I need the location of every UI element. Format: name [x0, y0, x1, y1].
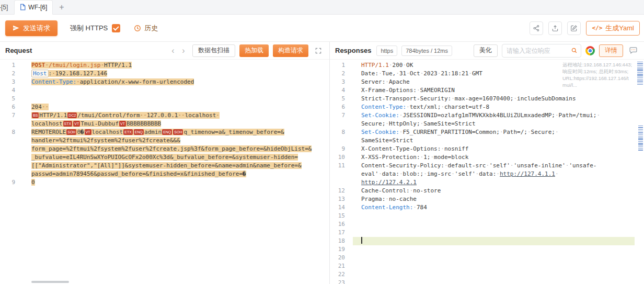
chevron-left-icon[interactable]: ‹ — [168, 44, 178, 57]
fullscreen-button[interactable] — [313, 45, 324, 56]
whitespace-dot: · — [45, 104, 49, 110]
code-segment: Strict-Transport-Security: — [361, 95, 451, 102]
whitespace-dot: · — [396, 70, 399, 77]
whitespace-dot: · — [417, 87, 420, 94]
ctrl-char-badge: ENQ — [134, 129, 144, 135]
code-line: 18 — [330, 237, 644, 245]
whitespace-dot: · — [496, 171, 500, 177]
beautify-button[interactable]: 美化 — [474, 44, 498, 57]
whitespace-dot: · — [423, 171, 427, 177]
export-button[interactable] — [548, 21, 562, 35]
code-line: 12Cache-Control:·no-store — [330, 187, 644, 195]
whitespace-dot: · — [444, 162, 448, 169]
response-editor[interactable]: 1HTTP/1.1·200·OK2Date:·Tue,·31·Oct·2023·… — [330, 60, 644, 284]
code-segment: 'unsafe-inline' — [513, 162, 565, 169]
code-text: Pragma:·no-cache — [361, 196, 417, 202]
code-segment: localhost — [185, 112, 216, 119]
file-icon — [20, 4, 26, 10]
code-line: 8REMOTEROLESOH0�VTlocalhostETXENQadminEN… — [0, 128, 329, 178]
code-segment: GMT — [472, 70, 482, 77]
horizontal-scrollbar[interactable] — [31, 281, 69, 283]
main-split: Request ‹ › 数据包扫描 热加载 构造请求 1POST·/t — [0, 42, 644, 284]
send-request-label: 发送请求 — [23, 24, 50, 33]
code-text: X-XSS-Protection:·1;·mode=block — [361, 154, 468, 161]
packet-scan-button[interactable]: 数据包扫描 — [192, 44, 235, 57]
code-segment: Content-Type: — [31, 78, 76, 85]
code-text — [361, 237, 362, 244]
code-content — [353, 279, 606, 284]
code-content: Content-Length:·784 — [353, 203, 606, 212]
code-segment: handler=%2ftmui%2fsystem%2fuser%2fcreate… — [31, 137, 174, 144]
code-segment: systemuser-hidden_before=& — [128, 162, 218, 169]
toolbar: 发送请求 强制 HTTPS 历史 — [0, 15, 644, 42]
search-button[interactable] — [567, 44, 581, 57]
search-input[interactable] — [502, 47, 567, 54]
response-panel: Responses https 784bytes / 12ms 美化 — [330, 42, 644, 284]
code-segment: Set-Cookie: — [361, 112, 399, 119]
code-text: Set-Cookie:·JSESSIONID=ozlafg1mTMVKXkbk4… — [361, 112, 600, 127]
code-content: Set-Cookie:·JSESSIONID=ozlafg1mTMVKXkbk4… — [353, 111, 606, 128]
line-number: 6 — [0, 103, 23, 111]
code-segment: Secure; — [361, 120, 385, 127]
new-tab-button[interactable]: + — [54, 3, 69, 12]
line-number: 4 — [330, 86, 353, 95]
clock-icon — [134, 25, 141, 32]
code-line: 13Pragma:·no-cache — [330, 195, 644, 203]
line-number: 3 — [330, 78, 353, 86]
code-segment: SameSite=Strict — [423, 120, 475, 127]
line-number: 2 — [0, 70, 23, 78]
whitespace-dot: · — [406, 70, 410, 77]
export-icon — [551, 25, 559, 32]
code-segment: mode=block — [434, 154, 468, 161]
generate-yaml-label: 生成Yaml — [605, 24, 634, 33]
code-segment: admin — [144, 129, 162, 135]
code-segment: Secure; — [531, 129, 555, 135]
request-panel-header: Request ‹ › 数据包扫描 热加载 构造请求 — [0, 42, 329, 60]
edit-button[interactable] — [567, 21, 581, 35]
request-title: Request — [5, 47, 32, 54]
chevron-right-icon[interactable]: › — [179, 44, 188, 57]
force-https-checkbox[interactable] — [112, 24, 120, 32]
force-https-label: 强制 HTTPS — [70, 24, 108, 33]
detail-button[interactable]: 详情 — [599, 44, 623, 57]
ctrl-char-badge: VT — [73, 121, 80, 127]
request-panel: Request ‹ › 数据包扫描 热加载 构造请求 1POST·/t — [0, 42, 330, 284]
tab-active[interactable]: WF-[6] — [14, 0, 53, 15]
code-text: BSHTTP/1.1DC2/tmui/Control/form··127.0.0… — [31, 112, 220, 127]
code-segment: Date: — [361, 70, 378, 77]
code-segment: text/xml; — [410, 104, 441, 110]
generate-yaml-button[interactable]: </> 生成Yaml — [586, 21, 640, 36]
code-segment: 31 — [399, 70, 406, 77]
construct-request-button[interactable]: 构造请求 — [273, 44, 308, 57]
code-segment: Server: — [361, 78, 385, 85]
code-line: 11Content-Security-Policy:·default-src·'… — [330, 162, 644, 187]
minimap[interactable] — [637, 60, 644, 284]
share-button[interactable] — [530, 21, 543, 35]
code-line: 21 — [330, 262, 644, 270]
history-nav-arrows: ‹ › — [168, 44, 188, 57]
code-segment: http://127.4.1.1 — [500, 171, 555, 177]
send-request-button[interactable]: 发送请求 — [5, 20, 58, 36]
code-segment: _bufvalue=eIL4RUnSwXYoPUIOGcOFx2o00Xc%3d… — [31, 154, 174, 161]
ctrl-char-badge: SOH — [173, 129, 183, 135]
code-segment: localhost — [31, 120, 63, 127]
code-segment: hideObjList=& — [267, 145, 312, 152]
request-editor[interactable]: 1POST·/tmui/login.jsp·HTTP/1.12Host:·192… — [0, 60, 329, 284]
chrome-browser-icon[interactable] — [585, 46, 595, 55]
line-number: 14 — [330, 203, 353, 212]
hot-reload-button[interactable]: 热加载 — [239, 44, 269, 57]
feedback-button[interactable] — [627, 45, 639, 56]
line-number: 12 — [330, 187, 353, 195]
code-segment: 21:18:21 — [441, 70, 468, 77]
tab-previous[interactable]: -[5] — [0, 0, 13, 15]
force-https-group: 强制 HTTPS — [70, 24, 120, 33]
code-segment: X-Content-Type-Options: — [361, 145, 441, 152]
code-content: X-Content-Type-Options:·nosniff — [353, 145, 606, 153]
whitespace-dot: · — [143, 112, 147, 119]
whitespace-dot: · — [596, 112, 600, 119]
code-line: 90 — [0, 178, 329, 187]
code-segment: no-cache — [389, 196, 417, 202]
history-button[interactable]: 历史 — [134, 24, 158, 33]
code-segment: X-XSS-Protection: — [361, 154, 420, 161]
code-segment: /tmui/login.jsp — [49, 62, 100, 69]
